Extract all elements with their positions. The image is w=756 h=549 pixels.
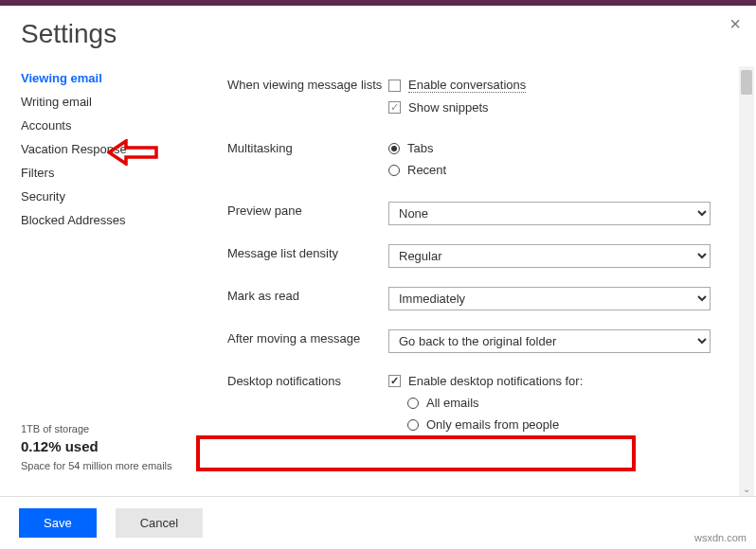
label-desktop-notifications: Desktop notifications bbox=[227, 372, 388, 388]
settings-panel: When viewing message lists Enable conver… bbox=[189, 66, 756, 496]
sidebar-item-viewing-email[interactable]: Viewing email bbox=[21, 66, 189, 90]
checkbox-enable-conversations[interactable] bbox=[388, 80, 401, 92]
sidebar-item-filters[interactable]: Filters bbox=[21, 161, 189, 185]
select-density[interactable]: Regular bbox=[388, 244, 711, 268]
radio-all-emails[interactable] bbox=[407, 398, 419, 409]
sidebar-item-accounts[interactable]: Accounts bbox=[21, 114, 189, 137]
sidebar-item-blocked-addresses[interactable]: Blocked Addresses bbox=[21, 208, 189, 232]
sidebar-item-writing-email[interactable]: Writing email bbox=[21, 90, 189, 114]
label-enable-conversations: Enable conversations bbox=[408, 78, 526, 93]
label-tabs: Tabs bbox=[407, 141, 433, 155]
radio-recent[interactable] bbox=[388, 165, 400, 176]
label-mark-read: Mark as read bbox=[227, 287, 388, 303]
scrollbar-down-icon[interactable]: ⌄ bbox=[739, 484, 754, 494]
label-recent: Recent bbox=[407, 163, 446, 177]
checkbox-show-snippets[interactable] bbox=[388, 101, 401, 114]
label-only-people: Only emails from people bbox=[426, 417, 559, 432]
label-preview-pane: Preview pane bbox=[227, 202, 388, 218]
storage-total: 1TB of storage bbox=[21, 421, 189, 437]
label-all-emails: All emails bbox=[426, 396, 479, 410]
storage-hint: Space for 54 million more emails bbox=[21, 458, 189, 474]
storage-info: 1TB of storage 0.12% used Space for 54 m… bbox=[21, 421, 189, 497]
label-multitasking: Multitasking bbox=[227, 139, 388, 155]
checkbox-enable-desktop-notifications[interactable] bbox=[388, 375, 401, 387]
close-icon[interactable]: × bbox=[729, 13, 741, 35]
sidebar: Viewing email Writing email Accounts Vac… bbox=[0, 66, 189, 496]
scrollbar[interactable]: ⌄ bbox=[739, 66, 754, 496]
select-after-move[interactable]: Go back to the original folder bbox=[388, 329, 711, 353]
sidebar-item-vacation-response[interactable]: Vacation Response bbox=[21, 137, 189, 161]
scrollbar-thumb[interactable] bbox=[741, 70, 752, 95]
storage-used: 0.12% used bbox=[21, 436, 189, 458]
label-viewing-lists: When viewing message lists bbox=[227, 76, 388, 92]
label-show-snippets: Show snippets bbox=[408, 100, 489, 115]
label-after-move: After moving a message bbox=[227, 329, 388, 345]
save-button[interactable]: Save bbox=[19, 508, 97, 538]
radio-tabs[interactable] bbox=[388, 143, 400, 154]
cancel-button[interactable]: Cancel bbox=[116, 508, 203, 538]
label-enable-desktop-notifications: Enable desktop notifications for: bbox=[408, 374, 583, 388]
footer: Save Cancel bbox=[0, 496, 756, 549]
page-title: Settings bbox=[0, 6, 756, 66]
select-preview-pane[interactable]: None bbox=[388, 202, 711, 225]
label-density: Message list density bbox=[227, 244, 388, 260]
select-mark-read[interactable]: Immediately bbox=[388, 287, 711, 310]
watermark: wsxdn.com bbox=[694, 532, 747, 543]
radio-only-people[interactable] bbox=[407, 419, 419, 431]
sidebar-item-security[interactable]: Security bbox=[21, 185, 189, 208]
